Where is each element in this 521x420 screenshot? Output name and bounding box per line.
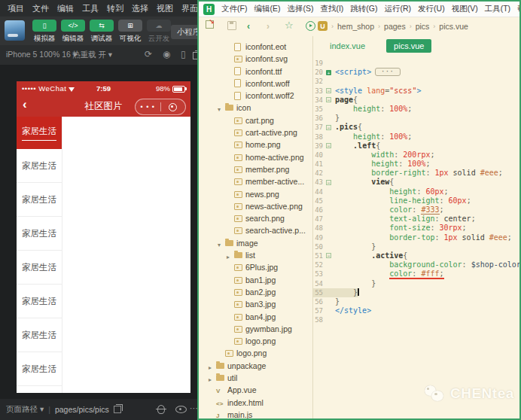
sidebar-category-item[interactable]: 家居生活 [17,352,62,386]
tree-item-home.png[interactable]: home.png [199,138,312,151]
copy-path-icon[interactable] [114,406,121,413]
sidebar-category-item[interactable]: 家居生活 [17,251,62,285]
menu-item-工具[interactable]: 工具 [80,3,101,14]
tree-item-home-active.png[interactable]: home-active.png [199,151,312,163]
menu-item-编辑[interactable]: 编辑 [55,3,76,14]
breadcrumb-segment[interactable]: pages [384,22,406,31]
menu-item-视图[interactable]: 视图 [154,3,175,14]
code-line-54[interactable]: 54 } [313,279,519,288]
tree-item-iconfont.woff2[interactable]: iconfont.woff2 [199,90,312,102]
code-line-45[interactable]: 45 line-height: 60px; [313,196,519,205]
tab-index.vue[interactable]: index.vue [322,39,373,53]
code-line-42[interactable]: 42 border-right: 1px solid #eee; [313,169,519,178]
tree-item-logo.png[interactable]: logo.png [199,335,312,347]
tree-item-ban3.jpg[interactable]: ban3.jpg [199,298,312,310]
fold-collapse-icon[interactable]: − [326,88,331,93]
tree-item-image[interactable]: ▾image [199,237,312,249]
code-line-58[interactable]: 58 [313,315,519,324]
code-line-40[interactable]: 40 width: 200rpx; [313,151,519,160]
tree-item-iconfont.woff[interactable]: iconfont.woff [199,78,312,90]
code-line-20[interactable]: 20+<script>··· [313,68,519,77]
fold-expand-icon[interactable]: + [326,70,331,75]
code-line-47[interactable]: 47 text-align: center; [313,215,519,224]
nav-back-icon[interactable]: ‹ [247,21,250,32]
tree-item-news-active.png[interactable]: news-active.png [199,200,312,212]
tree-item-ban4.jpg[interactable]: ban4.jpg [199,311,312,323]
breadcrumb-segment[interactable]: pics [416,22,430,31]
code-line-43[interactable]: 43− view{ [313,178,519,187]
miniprogram-mode-button[interactable]: 小程序模式 ▾ [171,25,197,39]
tree-item-icon[interactable]: ▾icon [199,102,312,114]
code-line-44[interactable]: 44 height: 60px; [313,187,519,196]
tree-item-main.js[interactable]: Jmain.js [199,409,312,418]
menu-item-文件[interactable]: 文件 [30,3,51,14]
more-dots-icon[interactable]: • • • [136,100,160,114]
breadcrumb-segment[interactable]: pics.vue [439,22,468,31]
tree-item-cart-active.png[interactable]: cart-active.png [199,126,312,138]
code-line-50[interactable]: 50 } [313,242,519,251]
fold-collapse-icon[interactable]: − [326,143,331,148]
menu-item-跳转(G)[interactable]: 跳转(G) [350,4,377,14]
code-line-49[interactable]: 49 border-top: 1px solid #eee; [313,233,519,242]
fold-collapse-icon[interactable]: − [326,125,331,130]
toolbar-button-编辑器[interactable]: </>编辑器 [60,20,86,44]
tree-item-search.png[interactable]: search.png [199,212,312,224]
tree-item-member-active...[interactable]: member-active... [199,175,312,187]
toolbar-button-云开发[interactable]: ☁云开发 [146,20,172,44]
code-line-56[interactable]: 56} [313,297,519,306]
tree-item-unpackage[interactable]: ▸unpackage [199,360,312,372]
code-area[interactable]: 1920+<script>···3233−<style lang="scss">… [313,57,519,418]
save-icon[interactable] [227,21,236,30]
visibility-icon[interactable] [175,406,187,413]
sidebar-category-item[interactable]: 家居生活 [17,285,62,318]
tree-item-ban2.jpg[interactable]: ban2.jpg [199,286,312,298]
code-line-32[interactable]: 32 [313,77,519,86]
code-line-38[interactable]: 38 height: 100%; [313,132,519,142]
code-line-57[interactable]: 57</style> [313,306,519,315]
code-line-39[interactable]: 39− .left{ [313,142,519,151]
tree-item-6Plus.jpg[interactable]: 6Plus.jpg [199,261,312,273]
menu-item-发行(U)[interactable]: 发行(U) [418,4,445,14]
menu-item-运行(R)[interactable]: 运行(R) [385,4,412,14]
refresh-icon[interactable]: ⟳ [145,49,152,59]
menu-item-选择[interactable]: 选择 [129,3,151,14]
tab-pics.vue[interactable]: pics.vue [386,39,431,53]
tree-item-ban1.jpg[interactable]: ban1.jpg [199,274,312,286]
code-line-34[interactable]: 34−page{ [313,96,519,105]
tree-item-cart.png[interactable]: cart.png [199,114,312,126]
phone-frame-icon[interactable]: ▯ [181,49,186,59]
sidebar-category-item[interactable]: 家居生活 [17,318,62,352]
toolbar-button-可视化[interactable]: ⊞可视化 [117,20,143,44]
tree-item-gywmban.jpg[interactable]: gywmban.jpg [199,323,312,335]
tree-item-iconfont.svg[interactable]: iconfont.svg [199,53,312,65]
code-line-51[interactable]: 51− .active{ [313,251,519,260]
code-line-46[interactable]: 46 color: #333; [313,205,519,215]
menu-item-转到[interactable]: 转到 [105,3,126,14]
debug-panel-icon[interactable] [157,405,165,414]
sidebar-category-item[interactable]: 家居生活 [17,217,62,251]
menu-item-选择(S)[interactable]: 选择(S) [287,4,313,14]
tree-item-App.vue[interactable]: VApp.vue [199,384,312,396]
record-icon[interactable]: ◉ [163,49,170,59]
device-selector[interactable]: iPhone 5 100% 16 ▾ [6,50,77,59]
code-line-36[interactable]: 36} [313,114,519,123]
page-path-selector[interactable]: 页面路径 ▾ [6,404,44,415]
code-line-55[interactable]: 55 } [313,288,519,297]
tree-item-news.png[interactable]: news.png [199,188,312,200]
fold-collapse-icon[interactable]: − [326,180,331,185]
sidebar-category-item[interactable]: 家居生活 [17,117,62,149]
tree-item-iconfont.ttf[interactable]: iconfont.ttf [199,65,312,78]
home-circle-icon[interactable] [161,103,186,111]
breadcrumb-segment[interactable]: hem_shop [337,22,374,31]
tree-item-iconfont.eot[interactable]: iconfont.eot [199,41,312,53]
tree-item-member.png[interactable]: member.png [199,163,312,175]
code-line-37[interactable]: 37−.pics{ [313,123,519,132]
code-line-53[interactable]: 53 color: #fff; [313,269,519,278]
menu-item-帮助(Y)[interactable]: 帮助(Y) [517,4,519,14]
sidebar-category-item[interactable]: 家居生活 [17,149,62,183]
capsule-menu[interactable]: • • • [135,99,186,115]
toolbar-button-调试器[interactable]: ⇆调试器 [89,20,114,44]
code-line-41[interactable]: 41 height: 100%; [313,160,519,169]
menu-item-查找(I)[interactable]: 查找(I) [320,4,343,14]
hot-reload-toggle[interactable]: 热重载 开 ▾ [72,50,112,60]
